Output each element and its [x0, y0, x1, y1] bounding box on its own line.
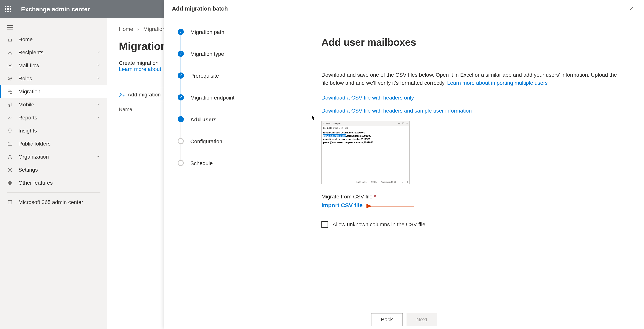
- window-controls-icon: —☐✕: [398, 122, 408, 124]
- step-schedule: Schedule: [178, 160, 292, 166]
- step-marker-done-icon: [178, 94, 184, 100]
- wizard-steps: Migration path Migration type Prerequisi…: [164, 17, 302, 310]
- wizard-content: Add user mailboxes Download and save one…: [302, 17, 644, 310]
- step-marker-pending-icon: [178, 160, 184, 166]
- step-marker-current-icon: [178, 116, 184, 122]
- next-button: Next: [406, 313, 437, 326]
- step-migration-type[interactable]: Migration type: [178, 50, 292, 72]
- close-button[interactable]: [627, 3, 636, 14]
- csv-preview-image: *Untitled - Notepad —☐✕ File Edit Format…: [322, 121, 410, 184]
- panel-title: Add migration batch: [172, 5, 228, 12]
- checkbox-icon[interactable]: [322, 221, 328, 228]
- step-marker-pending-icon: [178, 138, 184, 144]
- step-marker-done-icon: [178, 29, 184, 35]
- step-marker-done-icon: [178, 72, 184, 78]
- panel-header: Add migration batch: [164, 0, 644, 17]
- panel-footer: Back Next: [164, 310, 644, 329]
- allow-unknown-columns-checkbox[interactable]: Allow unknown columns in the CSV file: [322, 221, 625, 228]
- step-migration-path[interactable]: Migration path: [178, 29, 292, 50]
- learn-more-importing-link[interactable]: Learn more about importing multiple user…: [447, 80, 548, 86]
- download-csv-headers-link[interactable]: Download a CSV file with headers only: [322, 95, 625, 101]
- download-csv-sample-link[interactable]: Download a CSV file with headers and sam…: [322, 108, 625, 114]
- step-migration-endpoint[interactable]: Migration endpoint: [178, 94, 292, 116]
- step-configuration: Configuration: [178, 138, 292, 160]
- arrow-annotation-icon: [366, 203, 416, 210]
- wizard-content-title: Add user mailboxes: [322, 36, 625, 48]
- step-add-users[interactable]: Add users: [178, 116, 292, 138]
- checkbox-label: Allow unknown columns in the CSV file: [332, 222, 425, 228]
- step-marker-done-icon: [178, 50, 184, 57]
- migration-panel: Add migration batch Migration path Migra…: [164, 0, 644, 329]
- wizard-description: Download and save one of the CSV files b…: [322, 71, 625, 87]
- back-button[interactable]: Back: [371, 313, 403, 326]
- panel-overlay: Add migration batch Migration path Migra…: [0, 0, 644, 329]
- csv-file-field-label: Migrate from CSV file *: [322, 194, 625, 200]
- step-prerequisite[interactable]: Prerequisite: [178, 72, 292, 94]
- import-csv-link[interactable]: Import CSV file: [322, 202, 363, 208]
